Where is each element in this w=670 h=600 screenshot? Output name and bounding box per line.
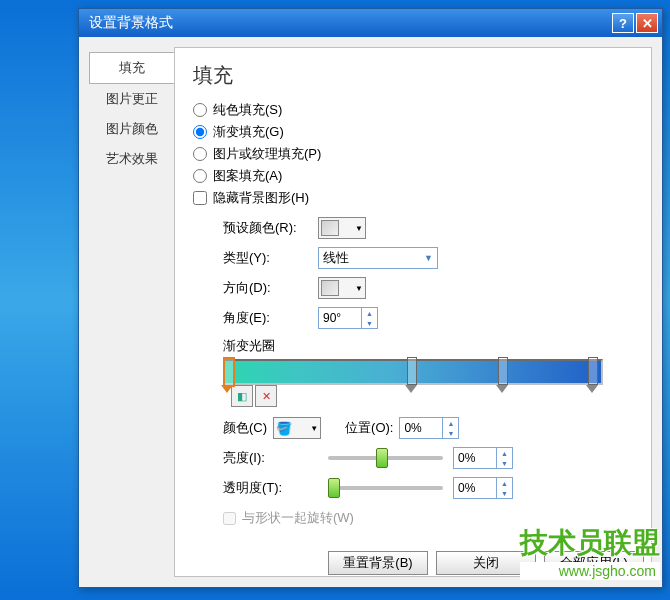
type-value: 线性 <box>323 249 349 267</box>
angle-label: 角度(E): <box>223 309 318 327</box>
checkbox-hide-bg-label: 隐藏背景图形(H) <box>213 189 309 207</box>
preset-color-label: 预设颜色(R): <box>223 219 318 237</box>
position-value: 0% <box>404 421 421 435</box>
position-spinner[interactable]: 0% ▲ ▼ <box>399 417 459 439</box>
gradient-stop-1[interactable] <box>221 357 233 391</box>
radio-gradient-input[interactable] <box>193 125 207 139</box>
reset-background-button[interactable]: 重置背景(B) <box>328 551 428 575</box>
transparency-thumb[interactable] <box>328 478 340 498</box>
spinner-up-icon[interactable]: ▲ <box>496 448 512 458</box>
brightness-spinner[interactable]: 0% ▲ ▼ <box>453 447 513 469</box>
rotate-label: 与形状一起旋转(W) <box>242 509 354 527</box>
preset-color-dropdown[interactable]: ▼ <box>318 217 366 239</box>
chevron-down-icon: ▼ <box>310 424 318 433</box>
sidebar-item-artistic-effects[interactable]: 艺术效果 <box>89 144 174 174</box>
panel-title: 填充 <box>193 62 633 89</box>
spinner-up-icon[interactable]: ▲ <box>496 478 512 488</box>
brightness-thumb[interactable] <box>376 448 388 468</box>
dialog-body: 填充 图片更正 图片颜色 艺术效果 填充 纯色填充(S) 渐变填充(G) 图片或… <box>79 37 662 587</box>
direction-dropdown[interactable]: ▼ <box>318 277 366 299</box>
add-stop-icon: ◧ <box>237 390 247 403</box>
color-picker-button[interactable]: 🪣 ▼ <box>273 417 321 439</box>
help-button[interactable]: ? <box>612 13 634 33</box>
transparency-spinner[interactable]: 0% ▲ ▼ <box>453 477 513 499</box>
radio-solid-label: 纯色填充(S) <box>213 101 282 119</box>
chevron-down-icon: ▼ <box>424 253 433 263</box>
brightness-value: 0% <box>458 451 475 465</box>
radio-pattern-label: 图案填充(A) <box>213 167 282 185</box>
radio-picture-fill[interactable]: 图片或纹理填充(P) <box>193 145 633 163</box>
spinner-down-icon[interactable]: ▼ <box>442 428 458 438</box>
remove-stop-button[interactable]: ✕ <box>255 385 277 407</box>
sidebar-item-fill[interactable]: 填充 <box>89 52 174 84</box>
gradient-stop-4[interactable] <box>586 357 598 391</box>
radio-picture-input[interactable] <box>193 147 207 161</box>
gradient-settings: 预设颜色(R): ▼ 类型(Y): 线性 ▼ 方向(D): <box>193 217 633 329</box>
radio-solid-fill[interactable]: 纯色填充(S) <box>193 101 633 119</box>
radio-solid-input[interactable] <box>193 103 207 117</box>
gradient-stop-2[interactable] <box>405 357 417 391</box>
gradient-stops-label: 渐变光圈 <box>223 337 633 355</box>
radio-gradient-label: 渐变填充(G) <box>213 123 284 141</box>
rotate-checkbox <box>223 512 236 525</box>
direction-swatch-icon <box>321 280 339 296</box>
type-select[interactable]: 线性 ▼ <box>318 247 438 269</box>
transparency-slider[interactable] <box>328 486 443 490</box>
gradient-bar[interactable] <box>223 359 603 385</box>
gradient-stop-3[interactable] <box>496 357 508 391</box>
spinner-up-icon[interactable]: ▲ <box>361 308 377 318</box>
radio-gradient-fill[interactable]: 渐变填充(G) <box>193 123 633 141</box>
spinner-down-icon[interactable]: ▼ <box>496 488 512 498</box>
brightness-slider[interactable] <box>328 456 443 460</box>
transparency-label: 透明度(T): <box>223 479 318 497</box>
paint-bucket-icon: 🪣 <box>276 421 292 436</box>
preset-swatch-icon <box>321 220 339 236</box>
watermark-text: 技术员联盟 <box>520 524 660 562</box>
add-stop-button[interactable]: ◧ <box>231 385 253 407</box>
titlebar-title: 设置背景格式 <box>89 14 610 32</box>
radio-pattern-fill[interactable]: 图案填充(A) <box>193 167 633 185</box>
brightness-label: 亮度(I): <box>223 449 318 467</box>
spinner-up-icon[interactable]: ▲ <box>442 418 458 428</box>
watermark: 技术员联盟 www.jsgho.com <box>520 524 660 580</box>
radio-picture-label: 图片或纹理填充(P) <box>213 145 321 163</box>
sidebar: 填充 图片更正 图片颜色 艺术效果 <box>89 47 174 577</box>
direction-label: 方向(D): <box>223 279 318 297</box>
transparency-value: 0% <box>458 481 475 495</box>
remove-stop-icon: ✕ <box>262 390 271 403</box>
main-panel: 填充 纯色填充(S) 渐变填充(G) 图片或纹理填充(P) 图案填充(A) 隐藏… <box>174 47 652 577</box>
sidebar-item-picture-corrections[interactable]: 图片更正 <box>89 84 174 114</box>
close-button[interactable]: ✕ <box>636 13 658 33</box>
watermark-url: www.jsgho.com <box>520 562 660 580</box>
radio-pattern-input[interactable] <box>193 169 207 183</box>
checkbox-hide-bg-input[interactable] <box>193 191 207 205</box>
type-label: 类型(Y): <box>223 249 318 267</box>
format-background-dialog: 设置背景格式 ? ✕ 填充 图片更正 图片颜色 艺术效果 填充 纯色填充(S) … <box>78 8 663 588</box>
angle-value: 90° <box>323 311 341 325</box>
position-label: 位置(O): <box>345 419 393 437</box>
spinner-down-icon[interactable]: ▼ <box>361 318 377 328</box>
titlebar: 设置背景格式 ? ✕ <box>79 9 662 37</box>
gradient-stops-row: ◧ ✕ <box>223 359 633 407</box>
sidebar-item-picture-color[interactable]: 图片颜色 <box>89 114 174 144</box>
chevron-down-icon: ▼ <box>355 224 363 233</box>
spinner-down-icon[interactable]: ▼ <box>496 458 512 468</box>
chevron-down-icon: ▼ <box>355 284 363 293</box>
angle-spinner[interactable]: 90° ▲ ▼ <box>318 307 378 329</box>
color-label: 颜色(C) <box>223 419 267 437</box>
checkbox-hide-background[interactable]: 隐藏背景图形(H) <box>193 189 633 207</box>
